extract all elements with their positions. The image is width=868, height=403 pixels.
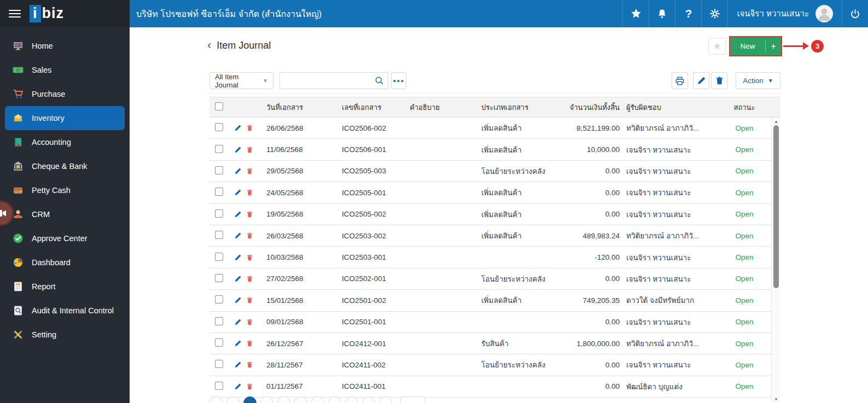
sidebar-item-approve-center[interactable]: Approve Center: [5, 226, 125, 250]
row-delete-button[interactable]: [246, 383, 253, 390]
sidebar-item-accounting[interactable]: Accounting: [5, 130, 125, 154]
scroll-down-arrow-icon[interactable]: ▼: [772, 395, 780, 403]
scrollbar-thumb[interactable]: [773, 125, 779, 288]
view-filter-dropdown[interactable]: All Item Journal ▼: [209, 72, 273, 89]
hamburger-menu-icon[interactable]: [9, 10, 21, 17]
row-edit-button[interactable]: [234, 211, 242, 218]
page-button[interactable]: [209, 396, 223, 403]
sidebar-item-setting[interactable]: Setting: [5, 323, 125, 347]
sidebar-item-audit[interactable]: Audit & Internal Control: [5, 299, 125, 323]
table-row[interactable]: 28/11/2567 ICO2411-002 โอนย้ายระหว่างคลั…: [209, 354, 780, 376]
row-delete-button[interactable]: [246, 340, 253, 347]
row-delete-button[interactable]: [246, 189, 253, 196]
table-row[interactable]: 24/05/2568 ICO2505-001 เพิ่มลดสินค้า 0.0…: [209, 182, 780, 203]
page-button[interactable]: [243, 396, 257, 403]
row-checkbox[interactable]: [215, 253, 223, 261]
table-row[interactable]: 09/01/2568 ICO2501-001 0.00 เจนจิรา หวาน…: [209, 312, 780, 333]
row-edit-button[interactable]: [234, 275, 242, 283]
table-row[interactable]: 15/01/2568 ICO2501-002 เพิ่มลดสินค้า 749…: [209, 290, 780, 311]
more-options-button[interactable]: ●●●: [391, 72, 406, 89]
table-row[interactable]: 27/02/2568 ICO2502-001 โอนย้ายระหว่างคลั…: [209, 268, 780, 290]
sidebar-item-purchase[interactable]: Purchase: [5, 82, 125, 106]
favorite-page-button[interactable]: ★: [708, 38, 726, 55]
page-button[interactable]: [345, 396, 358, 403]
print-button[interactable]: [672, 72, 688, 89]
scroll-up-arrow-icon[interactable]: ▲: [772, 118, 780, 125]
row-checkbox[interactable]: [215, 317, 223, 325]
search-box[interactable]: [279, 72, 388, 89]
delete-button[interactable]: [711, 72, 727, 89]
sidebar-item-report[interactable]: Report: [5, 274, 125, 299]
row-delete-button[interactable]: [246, 211, 253, 218]
table-row[interactable]: 26/06/2568 ICO2506-002 เพิ่มลดสินค้า 8,5…: [209, 118, 780, 139]
row-delete-button[interactable]: [246, 318, 253, 326]
row-checkbox[interactable]: [215, 209, 223, 218]
user-menu[interactable]: เจนจิรา หวานเสนาะ: [727, 0, 842, 27]
settings-button[interactable]: [701, 0, 727, 27]
row-edit-button[interactable]: [234, 124, 242, 132]
row-checkbox[interactable]: [215, 382, 223, 390]
row-edit-button[interactable]: [234, 383, 242, 390]
row-delete-button[interactable]: [246, 146, 253, 154]
table-row[interactable]: 26/12/2567 ICO2412-001 รับสินค้า 1,800,0…: [209, 333, 780, 354]
row-edit-button[interactable]: [234, 189, 242, 196]
select-all-checkbox[interactable]: [215, 102, 223, 110]
logout-button[interactable]: [842, 0, 868, 27]
row-delete-button[interactable]: [246, 167, 253, 175]
row-checkbox[interactable]: [215, 295, 223, 303]
row-edit-button[interactable]: [234, 296, 242, 304]
row-checkbox[interactable]: [215, 145, 223, 153]
row-delete-button[interactable]: [246, 254, 253, 261]
table-row[interactable]: 19/05/2568 ICO2505-002 เพิ่มลดสินค้า 0.0…: [209, 204, 780, 225]
new-plus-button[interactable]: +: [766, 37, 781, 55]
row-edit-button[interactable]: [234, 318, 242, 326]
page-button[interactable]: [260, 396, 273, 403]
sidebar-item-home[interactable]: Home: [5, 34, 125, 58]
page-button[interactable]: [226, 396, 240, 403]
row-checkbox[interactable]: [215, 231, 223, 239]
sidebar-item-cheque-bank[interactable]: Cheque & Bank: [5, 154, 125, 178]
back-chevron-icon[interactable]: ‹: [207, 39, 211, 51]
help-button[interactable]: ?: [675, 0, 701, 27]
table-row[interactable]: 29/05/2568 ICO2505-003 โอนย้ายระหว่างคลั…: [209, 161, 780, 182]
row-checkbox[interactable]: [215, 166, 223, 174]
page-size-box[interactable]: [400, 396, 426, 403]
row-checkbox[interactable]: [215, 274, 223, 282]
row-delete-button[interactable]: [246, 296, 253, 304]
sidebar-item-crm[interactable]: CRM: [5, 202, 125, 226]
row-edit-button[interactable]: [234, 146, 242, 154]
row-checkbox[interactable]: [215, 360, 223, 368]
favorites-button[interactable]: [622, 0, 649, 27]
search-input[interactable]: [280, 73, 368, 89]
row-edit-button[interactable]: [234, 167, 242, 175]
row-delete-button[interactable]: [246, 275, 253, 283]
sidebar-item-inventory[interactable]: Inventory: [5, 106, 125, 130]
row-checkbox[interactable]: [215, 338, 223, 347]
vertical-scrollbar[interactable]: ▲ ▼: [771, 118, 780, 403]
row-edit-button[interactable]: [234, 361, 242, 369]
search-submit-button[interactable]: [370, 73, 388, 89]
table-row[interactable]: 26/03/2568 ICO2503-002 เพิ่มลดสินค้า 489…: [209, 225, 780, 247]
row-checkbox[interactable]: [215, 123, 223, 131]
page-button[interactable]: [277, 396, 290, 403]
row-edit-button[interactable]: [234, 232, 242, 240]
row-edit-button[interactable]: [234, 340, 242, 347]
table-row[interactable]: 11/06/2568 ICO2506-001 เพิ่มลดสินค้า 10,…: [209, 139, 780, 160]
page-button[interactable]: [328, 396, 341, 403]
sidebar-item-dashboard[interactable]: Dashboard: [5, 250, 125, 274]
page-button[interactable]: [311, 396, 324, 403]
page-button[interactable]: [294, 396, 307, 403]
row-checkbox[interactable]: [215, 188, 223, 196]
new-button[interactable]: New +: [730, 37, 781, 55]
edit-button[interactable]: [693, 72, 709, 89]
sidebar-item-petty-cash[interactable]: Petty Cash: [5, 178, 125, 202]
table-row[interactable]: 10/03/2568 ICO2503-001 -120.00 เจนจิรา ห…: [209, 247, 780, 268]
row-edit-button[interactable]: [234, 254, 242, 261]
row-delete-button[interactable]: [246, 361, 253, 369]
row-delete-button[interactable]: [246, 232, 253, 240]
table-row[interactable]: 01/11/2567 ICO2411-001 0.00 พัฒน์ธิดา บุ…: [209, 376, 780, 398]
action-dropdown[interactable]: Action ▼: [736, 72, 780, 89]
page-button[interactable]: [379, 396, 392, 403]
sidebar-item-sales[interactable]: Sales: [5, 58, 125, 82]
row-delete-button[interactable]: [246, 124, 253, 132]
